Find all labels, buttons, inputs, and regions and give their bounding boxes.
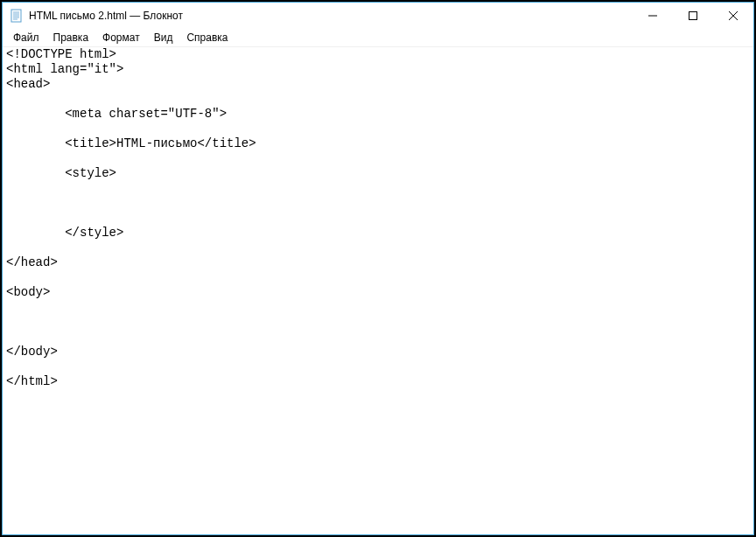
svg-rect-7 [690,12,697,20]
window-title: HTML письмо 2.html — Блокнот [29,10,633,22]
minimize-button[interactable] [633,3,673,29]
menu-help[interactable]: Справка [179,30,234,45]
notepad-window: HTML письмо 2.html — Блокнот Файл Правка… [2,2,754,535]
notepad-icon [10,9,24,23]
text-editor-area[interactable]: <!DOCTYPE html> <html lang="it"> <head> … [3,46,753,534]
close-button[interactable] [713,3,753,29]
menu-format[interactable]: Формат [95,30,147,45]
menu-file[interactable]: Файл [6,30,46,45]
menu-edit[interactable]: Правка [46,30,96,45]
maximize-button[interactable] [673,3,713,29]
menubar: Файл Правка Формат Вид Справка [3,29,753,46]
menu-view[interactable]: Вид [147,30,180,45]
window-controls [633,3,753,29]
titlebar[interactable]: HTML письмо 2.html — Блокнот [3,3,753,29]
